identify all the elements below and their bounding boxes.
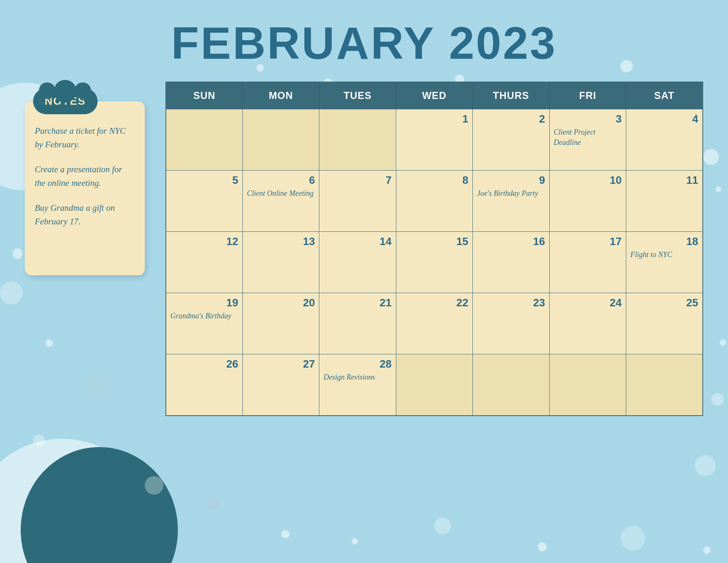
page-title: FEBRUARY 2023: [0, 0, 728, 69]
calendar-cell-w4d6: 24: [549, 293, 626, 354]
calendar-cell-w5d2: 27: [242, 354, 319, 416]
calendar-cell-w3d6: 17: [549, 232, 626, 293]
bubble-24: [695, 455, 716, 476]
calendar-cell-w3d1: 12: [166, 232, 242, 293]
calendar-cell-w1d2: [242, 109, 319, 171]
calendar-cell-w1d5: 2: [473, 109, 549, 171]
calendar-week-3: 12131415161718Flight to NYC: [166, 232, 703, 293]
day-number: 20: [247, 296, 315, 309]
day-number: 28: [323, 358, 391, 371]
note-item-2: Create a presentation for the online mee…: [35, 163, 135, 190]
calendar-cell-w2d7: 11: [626, 171, 703, 232]
calendar-cell-w5d3: 28Design Revisions: [319, 354, 396, 416]
day-number: 13: [247, 235, 315, 248]
calendar-cell-w2d2: 6Client Online Meeting: [242, 171, 319, 232]
calendar-cell-w3d5: 16: [473, 232, 549, 293]
calendar-week-4: 19Grandma's Birthday202122232425: [166, 293, 703, 354]
day-number: 3: [554, 113, 622, 125]
day-number: 27: [247, 358, 315, 371]
day-number: 23: [477, 296, 545, 309]
header-sun: SUN: [166, 82, 242, 109]
day-event: Client Online Meeting: [247, 188, 315, 199]
header-wed: WED: [396, 82, 472, 109]
calendar-body: 123Client Project Deadline456Client Onli…: [166, 109, 703, 416]
calendar-cell-w3d2: 13: [242, 232, 319, 293]
header-fri: FRI: [549, 82, 626, 109]
day-number: 10: [554, 174, 622, 187]
calendar-cell-w1d4: 1: [396, 109, 472, 171]
calendar-cell-w5d6: [549, 354, 626, 416]
day-number: 11: [630, 174, 698, 187]
bubble-21: [538, 542, 547, 551]
day-number: 21: [323, 296, 391, 309]
day-number: 4: [630, 113, 698, 125]
calendar-table: SUN MON TUES WED THURS FRI SAT 123Client…: [165, 82, 703, 416]
calendar-cell-w4d3: 21: [319, 293, 396, 354]
day-number: 16: [477, 235, 545, 248]
calendar-week-2: 56Client Online Meeting789Joe's Birthday…: [166, 171, 703, 232]
day-number: 18: [630, 235, 698, 248]
day-number: 9: [477, 174, 545, 187]
calendar-cell-w5d5: [473, 354, 549, 416]
note-item-1: Purchase a ticket for NYC by February.: [35, 124, 135, 151]
day-number: 1: [400, 113, 468, 125]
cloud-bump: [74, 82, 91, 99]
calendar-cell-w4d5: 23: [473, 293, 549, 354]
day-number: 6: [247, 174, 315, 187]
day-number: 14: [323, 235, 391, 248]
calendar-cell-w3d4: 15: [396, 232, 472, 293]
content-area: NOTES Purchase a ticket for NYC by Febru…: [0, 69, 728, 428]
calendar-week-1: 123Client Project Deadline4: [166, 109, 703, 171]
calendar-cell-w2d3: 7: [319, 171, 396, 232]
day-number: 2: [477, 113, 545, 125]
bubble-23: [703, 546, 711, 554]
day-number: 15: [400, 235, 468, 248]
day-number: 12: [170, 235, 238, 248]
day-number: 5: [170, 174, 238, 187]
notes-body: Purchase a ticket for NYC by February. C…: [25, 101, 145, 275]
calendar-cell-w4d1: 19Grandma's Birthday: [166, 293, 242, 354]
calendar-cell-w2d6: 10: [549, 171, 626, 232]
calendar-cell-w1d6: 3Client Project Deadline: [549, 109, 626, 171]
calendar-cell-w5d1: 26: [166, 354, 242, 416]
day-event: Joe's Birthday Party: [477, 188, 545, 199]
day-number: 22: [400, 296, 468, 309]
day-event: Design Revisions: [323, 372, 391, 383]
bubble-18: [281, 530, 290, 538]
bubble-17: [207, 497, 220, 510]
calendar-cell-w2d5: 9Joe's Birthday Party: [473, 171, 549, 232]
calendar-cell-w1d3: [319, 109, 396, 171]
bubble-15: [33, 435, 45, 446]
bubble-22: [620, 526, 645, 551]
day-number: 7: [323, 174, 391, 187]
day-number: 17: [554, 235, 622, 248]
calendar-week-5: 262728Design Revisions: [166, 354, 703, 416]
calendar-cell-w4d7: 25: [626, 293, 703, 354]
calendar-cell-w3d7: 18Flight to NYC: [626, 232, 703, 293]
bubble-16: [145, 476, 163, 495]
day-number: 26: [170, 358, 238, 371]
day-number: 19: [170, 296, 238, 309]
notes-cloud: NOTES: [33, 88, 98, 114]
calendar-cell-w2d1: 5: [166, 171, 242, 232]
header-tues: TUES: [319, 82, 396, 109]
calendar-cell-w4d2: 20: [242, 293, 319, 354]
header-thurs: THURS: [473, 82, 549, 109]
calendar-cell-w1d7: 4: [626, 109, 703, 171]
bubble-19: [352, 538, 358, 544]
day-number: 24: [554, 296, 622, 309]
notes-panel: NOTES Purchase a ticket for NYC by Febru…: [25, 94, 145, 275]
calendar-cell-w1d1: [166, 109, 242, 171]
calendar-cell-w2d4: 8: [396, 171, 472, 232]
calendar: SUN MON TUES WED THURS FRI SAT 123Client…: [165, 82, 703, 416]
calendar-cell-w4d4: 22: [396, 293, 472, 354]
header-mon: MON: [242, 82, 319, 109]
header-sat: SAT: [626, 82, 703, 109]
note-item-3: Buy Grandma a gift on February 17.: [35, 201, 135, 228]
calendar-header-row: SUN MON TUES WED THURS FRI SAT: [166, 82, 703, 109]
day-event: Flight to NYC: [630, 250, 698, 260]
day-event: Grandma's Birthday: [170, 311, 238, 321]
calendar-cell-w3d3: 14: [319, 232, 396, 293]
day-event: Client Project Deadline: [554, 127, 622, 148]
calendar-cell-w5d7: [626, 354, 703, 416]
